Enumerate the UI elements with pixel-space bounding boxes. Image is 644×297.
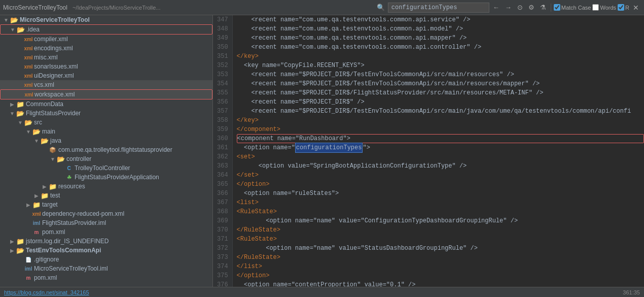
sidebar-item-java[interactable]: ▼📂java (0, 136, 212, 145)
sidebar-item-pom2[interactable]: mpom.xml (0, 273, 212, 282)
sidebar-item-label: java (50, 137, 61, 144)
code-line: </key> (237, 116, 644, 125)
tree-arrow: ▼ (8, 111, 16, 116)
code-line: </component> (237, 125, 644, 134)
sidebar-item-uidesigner[interactable]: xmluiDesigner.xml (0, 71, 212, 80)
sidebar-item-resources[interactable]: ▶📁resources (0, 182, 212, 191)
sidebar-item-root[interactable]: ▼📂MicroServiceTrolleyTool (0, 15, 212, 24)
sidebar-item-trolley-ctrl[interactable]: CTrolleyToolController (0, 163, 212, 173)
line-number: 365 (217, 180, 228, 189)
folder-icon: 📁 (16, 100, 24, 108)
sidebar-item-jstorm[interactable]: ▶📁jstorm.log.dir_IS_UNDEFINED (0, 237, 212, 246)
search-settings-button[interactable]: ⚙ (526, 3, 536, 12)
search-close-button[interactable]: ✕ (631, 3, 641, 12)
file-icon: 📄 (24, 255, 32, 263)
xml-bracket: </RuleState (237, 253, 277, 262)
line-number: 367 (217, 198, 228, 207)
line-number: 368 (217, 207, 228, 216)
code-line: <recent name="$PROJECT_DIR$" /> (237, 97, 644, 107)
xml-bracket: </component (237, 125, 277, 134)
sidebar-item-label: CommonData (26, 101, 63, 108)
status-url[interactable]: https://blog.csdn.net/sinat_342165 (4, 289, 89, 295)
sidebar-item-mst-iml[interactable]: imlMicroServiceTrolleyTool.iml (0, 264, 212, 273)
xml-bracket-close: > (255, 198, 259, 207)
folder-icon: 📁 (16, 237, 24, 245)
xml-icon: xml (24, 44, 32, 52)
project-root-label: MicroServiceTrolleyTool (20, 16, 90, 23)
sidebar-item-sonar[interactable]: xmlsonarIssues.xml (0, 62, 212, 71)
sidebar-item-label: main (42, 128, 55, 135)
tree-arrow: ▼ (16, 120, 24, 125)
words-label[interactable]: Words (592, 4, 616, 11)
tree-arrow: ▶ (8, 239, 16, 244)
sidebar-item-label: sonarIssues.xml (34, 63, 78, 70)
sidebar-item-idea-folder[interactable]: ▼📂.idea (0, 24, 212, 35)
search-input[interactable] (388, 3, 489, 13)
sidebar-item-src[interactable]: ▼📂src (0, 118, 212, 127)
folder-open-icon: 📂 (57, 155, 65, 163)
line-number: 347 (217, 15, 228, 24)
sidebar-item-target[interactable]: ▶📁target (0, 200, 212, 209)
sidebar-item-controller-folder[interactable]: ▼📂controller (0, 154, 212, 163)
sidebar-item-com-pkg[interactable]: 📦com.ume.qa.trolleytool.flightstatusprov… (0, 145, 212, 154)
tree-arrow: ▶ (8, 248, 16, 253)
sidebar-item-dep-pom[interactable]: xmldependency-reduced-pom.xml (0, 209, 212, 218)
regex-checkbox[interactable] (618, 4, 624, 11)
editor-content[interactable]: 3473483493503513523533543553563573583593… (213, 15, 644, 287)
project-title: MicroServiceTrolleyTool (3, 4, 67, 11)
code-line: <option name="contentProportion" value="… (237, 280, 644, 287)
line-number: 371 (217, 235, 228, 244)
sidebar-item-gitignore[interactable]: 📄.gitignore (0, 255, 212, 264)
code-line: </set> (237, 171, 644, 180)
tree-arrow: ▼ (49, 156, 57, 162)
sidebar-item-fsp-iml[interactable]: imlFlightStatusProvider.iml (0, 218, 212, 227)
line-number: 361 (217, 143, 228, 152)
sidebar-item-flightstatus-app[interactable]: ☘FlightStatusProviderApplication (0, 173, 212, 182)
sidebar[interactable]: ▼📂MicroServiceTrolleyTool▼📂.ideaxmlcompi… (0, 15, 213, 287)
pom-icon: m (32, 228, 41, 236)
sidebar-item-encodings[interactable]: xmlencodings.xml (0, 44, 212, 53)
sidebar-item-main[interactable]: ▼📂main (0, 127, 212, 136)
code-line: <list> (237, 198, 644, 207)
code-line: <key name="CopyFile.RECENT_KEYS"> (237, 61, 644, 70)
sidebar-item-pom1[interactable]: mpom.xml (0, 227, 212, 237)
code-line: </list> (237, 262, 644, 271)
regex-label[interactable]: R (618, 4, 629, 11)
line-number: 356 (217, 97, 228, 107)
line-number: 363 (217, 161, 228, 171)
xml-bracket: </key (237, 52, 255, 61)
sidebar-item-misc[interactable]: xmlmisc.xml (0, 53, 212, 62)
code-line: <recent name="$PROJECT_DIR$/FlightStatus… (237, 88, 644, 97)
words-checkbox[interactable] (592, 4, 599, 11)
sidebar-item-workspace[interactable]: xmlworkspace.xml (0, 89, 212, 100)
sidebar-item-flightstatusprovider[interactable]: ▼📂FlightStatusProvider (0, 109, 212, 118)
folder-open-icon: 📂 (17, 25, 25, 34)
sidebar-item-vcs[interactable]: xmlvcs.xml (0, 80, 212, 89)
line-number: 355 (217, 88, 228, 97)
search-filter-button[interactable]: ⚗ (538, 3, 548, 12)
line-number: 352 (217, 61, 228, 70)
sidebar-item-label: src (34, 119, 42, 126)
line-number: 351 (217, 52, 228, 61)
code-line: <recent name="com.ume.qa.testenvtools.co… (237, 34, 644, 43)
sidebar-item-commondata[interactable]: ▶📁CommonData (0, 100, 212, 109)
sidebar-item-testenvtools[interactable]: ▶📂TestEnvToolsCommonApi (0, 246, 212, 255)
match-case-checkbox[interactable] (554, 4, 560, 11)
line-number: 362 (217, 152, 228, 161)
chevron-down-icon: ▼ (2, 17, 10, 23)
match-case-label[interactable]: Match Case (554, 4, 591, 11)
code-lines: <recent name="com.ume.qa.testenvtools.co… (233, 15, 644, 287)
sidebar-item-label: pom.xml (42, 228, 65, 236)
xml-bracket-close: > (266, 271, 269, 280)
sidebar-item-compiler[interactable]: xmlcompiler.xml (0, 35, 212, 44)
search-next-button[interactable]: → (503, 3, 514, 12)
xml-icon: xml (32, 210, 41, 218)
sidebar-item-test[interactable]: ▶📁test (0, 191, 212, 200)
sidebar-item-label: FlightStatusProvider (26, 110, 81, 117)
tree-arrow: ▼ (24, 129, 32, 135)
search-prev-button[interactable]: ← (491, 3, 502, 12)
line-number: 376 (217, 280, 228, 287)
search-find-usages-button[interactable]: ⊙ (515, 3, 525, 12)
iml-icon: iml (24, 265, 32, 273)
status-bar: https://blog.csdn.net/sinat_342165 361:3… (0, 287, 644, 297)
